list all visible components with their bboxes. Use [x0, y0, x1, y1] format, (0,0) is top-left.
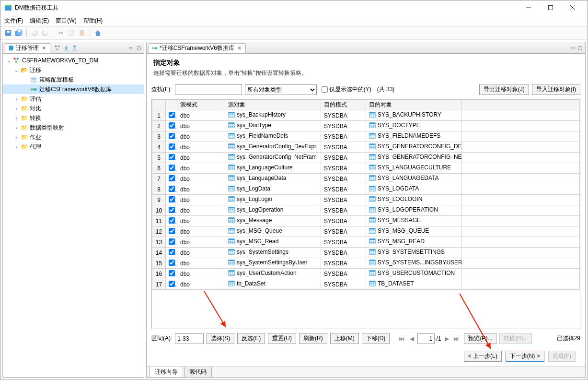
- export-icon[interactable]: [71, 45, 78, 51]
- paste-icon[interactable]: [78, 29, 86, 37]
- table-row[interactable]: 3dbosys_FieldNameDefsSYSDBASYS_FIELDNAME…: [152, 131, 580, 142]
- table-row[interactable]: 14dbosys_SystemSettingsSYSDBASYS_SYSTEMS…: [152, 248, 580, 258]
- table-row[interactable]: 17dbotb_DataSetSYSDBATB_DATASET: [152, 279, 580, 290]
- panel-maximize-icon[interactable]: ▢: [135, 45, 142, 51]
- save-all-icon[interactable]: [15, 29, 23, 37]
- row-checkbox[interactable]: [169, 186, 175, 192]
- search-input[interactable]: [175, 84, 242, 95]
- row-checkbox[interactable]: [169, 165, 175, 171]
- row-checkbox[interactable]: [169, 270, 175, 276]
- row-checkbox[interactable]: [169, 238, 175, 245]
- table-row[interactable]: 12dbosys_MSG_QueueSYSDBASYS_MSG_QUEUE: [152, 226, 580, 237]
- row-checkbox[interactable]: [169, 281, 175, 287]
- row-checkbox[interactable]: [169, 143, 175, 150]
- row-checkbox[interactable]: [169, 133, 175, 139]
- tree-evaluate[interactable]: › 📁 评估: [3, 94, 144, 104]
- home-icon[interactable]: [94, 29, 102, 37]
- expand-icon[interactable]: ›: [12, 144, 20, 150]
- col-src-schema[interactable]: 源模式: [177, 100, 225, 110]
- reset-button[interactable]: 重置(U): [268, 333, 296, 344]
- tree-item-templates[interactable]: 策略配置模板: [3, 75, 144, 84]
- minimize-button[interactable]: [518, 0, 540, 15]
- tree-convert[interactable]: › 📁 转换: [3, 113, 144, 123]
- tree-migration[interactable]: ⌄ 📂 迁移: [3, 65, 144, 75]
- col-dst-schema[interactable]: 目的模式: [321, 100, 366, 110]
- table-row[interactable]: 10dbosys_LogOperationSYSDBASYS_LOGOPERAT…: [152, 205, 580, 216]
- export-button[interactable]: 导出迁移对象(J): [479, 84, 529, 95]
- page-next-icon[interactable]: ▶: [442, 334, 451, 343]
- movedown-button[interactable]: 下移(D): [362, 333, 390, 344]
- table-scroll[interactable]: 源模式 源对象 目的模式 目的对象 1dbosys_BackupHistoryS…: [152, 99, 580, 329]
- only-selected-checkbox[interactable]: 仅显示选中的(Y): [322, 85, 371, 94]
- col-src-obj[interactable]: 源对象: [225, 100, 321, 110]
- next-button[interactable]: 下一步(N) >: [506, 351, 544, 362]
- table-row[interactable]: 11dbosys_MessageSYSDBASYS_MESSAGE: [152, 216, 580, 226]
- range-input[interactable]: [175, 333, 204, 344]
- row-checkbox[interactable]: [169, 196, 175, 202]
- select-button[interactable]: 选择(S): [207, 333, 234, 344]
- menu-window[interactable]: 窗口(W): [56, 17, 76, 25]
- expand-icon[interactable]: ⌄: [12, 68, 20, 73]
- tree-typemap[interactable]: › 📁 数据类型映射: [3, 123, 144, 132]
- prev-button[interactable]: < 上一步(L): [464, 351, 502, 362]
- import-button[interactable]: 导入迁移对象(I): [532, 84, 580, 95]
- row-checkbox[interactable]: [169, 112, 175, 118]
- expand-icon[interactable]: ›: [12, 106, 20, 111]
- row-checkbox[interactable]: [169, 228, 175, 234]
- tree-icon[interactable]: [54, 45, 61, 51]
- cut-icon[interactable]: ✂: [57, 29, 65, 37]
- invert-button[interactable]: 反选(E): [237, 333, 265, 344]
- page-last-icon[interactable]: ⏭: [452, 334, 461, 343]
- moveup-button[interactable]: 上移(M): [330, 333, 359, 344]
- row-checkbox[interactable]: [169, 207, 175, 213]
- table-row[interactable]: 6dbosys_LanguageCultureSYSDBASYS_LANGUAG…: [152, 163, 580, 174]
- table-row[interactable]: 5dbosys_GeneratorConfig_NetFramSYSDBASYS…: [152, 153, 580, 163]
- maximize-button[interactable]: [540, 0, 562, 15]
- row-checkbox[interactable]: [169, 175, 175, 181]
- type-select[interactable]: 所有对象类型: [245, 84, 317, 95]
- tab-editor[interactable]: *迁移CSFrameworkV6数据库 ✕: [149, 43, 246, 53]
- expand-icon[interactable]: ›: [12, 125, 20, 131]
- tab-close-icon[interactable]: ✕: [236, 45, 242, 51]
- page-prev-icon[interactable]: ◀: [407, 334, 416, 343]
- tree-jobs[interactable]: › 📁 作业: [3, 132, 144, 142]
- refresh-button[interactable]: 刷新(R): [299, 333, 327, 344]
- tab-wizard[interactable]: 迁移向导: [150, 367, 183, 377]
- table-row[interactable]: 16dbosys_UserCustomActionSYSDBASYS_USERC…: [152, 269, 580, 279]
- table-row[interactable]: 8dbosys_LogDataSYSDBASYS_LOGDATA: [152, 184, 580, 195]
- menu-file[interactable]: 文件(F): [4, 17, 23, 25]
- expand-icon[interactable]: ›: [12, 96, 20, 102]
- row-checkbox[interactable]: [169, 260, 175, 266]
- tree-item-migrate-db[interactable]: 迁移CSFrameworkV6数据库: [3, 84, 144, 94]
- undo-icon[interactable]: [31, 29, 38, 37]
- table-row[interactable]: 15dbosys_SystemSettingsByUserSYSDBASYS_S…: [152, 258, 580, 269]
- tree-agent[interactable]: › 📁 代理: [3, 142, 144, 152]
- panel-maximize-icon[interactable]: ▢: [576, 45, 583, 51]
- menu-edit[interactable]: 编辑(E): [30, 17, 49, 25]
- row-checkbox[interactable]: [169, 122, 175, 129]
- page-input[interactable]: [417, 333, 435, 344]
- expand-icon[interactable]: ›: [12, 135, 20, 140]
- tab-source[interactable]: 源代码: [184, 367, 212, 377]
- panel-minimize-icon[interactable]: ▭: [127, 45, 134, 51]
- table-row[interactable]: 1dbosys_BackupHistorySYSDBASYS_BACKUPHIS…: [152, 110, 580, 121]
- table-row[interactable]: 7dbosys_LanguageDataSYSDBASYS_LANGUAGEDA…: [152, 174, 580, 184]
- row-checkbox[interactable]: [169, 249, 175, 255]
- table-row[interactable]: 4dbosys_GeneratorConfig_DevExpr.SYSDBASY…: [152, 142, 580, 153]
- page-first-icon[interactable]: ⏮: [397, 334, 406, 343]
- tree-compare[interactable]: › 📁 对比: [3, 104, 144, 113]
- table-row[interactable]: 13dbosys_MSG_ReadSYSDBASYS_MSG_READ: [152, 237, 580, 248]
- table-row[interactable]: 9dbosys_LogLoginSYSDBASYS_LOGLOGIN: [152, 195, 580, 205]
- col-dst-obj[interactable]: 目的对象: [366, 100, 462, 110]
- tab-migration-mgr[interactable]: 迁移管理 ✕: [5, 43, 50, 53]
- expand-icon[interactable]: ›: [12, 116, 20, 121]
- preview-button[interactable]: 预览(P)...: [464, 333, 496, 344]
- tab-close-icon[interactable]: ✕: [41, 45, 47, 51]
- panel-minimize-icon[interactable]: ▭: [569, 45, 576, 51]
- row-checkbox[interactable]: [169, 217, 175, 224]
- tree-root[interactable]: ⌄ CSFRAMEWORKV6_TO_DM: [3, 56, 144, 65]
- close-button[interactable]: [562, 0, 584, 15]
- redo-icon[interactable]: [41, 29, 49, 37]
- table-row[interactable]: 2dbosys_DocTypeSYSDBASYS_DOCTYPE: [152, 121, 580, 131]
- copy-icon[interactable]: [68, 29, 75, 37]
